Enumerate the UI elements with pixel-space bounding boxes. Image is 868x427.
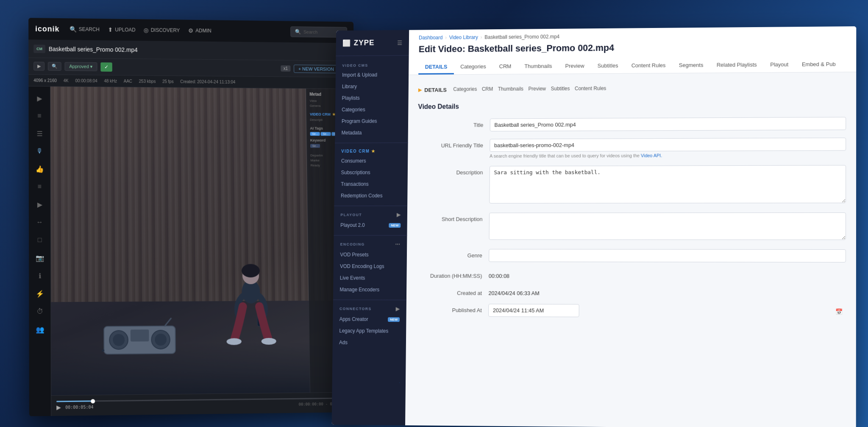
- sidebar-camera-icon[interactable]: 📷: [32, 250, 47, 265]
- field-published-control: 📅: [488, 304, 846, 318]
- genre-input[interactable]: [489, 249, 846, 262]
- nav-section-header-videocms: VIDEO CMS: [336, 61, 409, 70]
- nav-item-consumers[interactable]: Consumers: [334, 155, 408, 167]
- status-approved[interactable]: Approved ▾: [64, 62, 97, 71]
- page-title: Edit Video: Basketball series_Promo 002.…: [419, 41, 846, 55]
- nav-item-import-upload[interactable]: Import & Upload: [336, 69, 409, 81]
- nav-item-apps-creator[interactable]: Apps Creator NEW: [333, 313, 406, 325]
- play-ctrl-button[interactable]: ▶: [56, 404, 61, 410]
- nav-section-header-playout: PLAYOUT ▶: [334, 210, 407, 220]
- nav-item-program-guides[interactable]: Program Guides: [335, 115, 409, 127]
- subtab-content-rules[interactable]: Content Rules: [575, 84, 606, 94]
- nav-item-live-events[interactable]: Live Events: [333, 272, 406, 284]
- url-friendly-title-input[interactable]: [490, 138, 846, 152]
- meta-created: Created: 2024-04-24 11:13:04: [180, 79, 235, 84]
- zype-nav: VIDEO CMS Import & Upload Library Playli…: [332, 56, 409, 425]
- sidebar-info-icon[interactable]: ℹ: [32, 268, 47, 283]
- sidebar-mic-icon[interactable]: 🎙: [32, 144, 47, 159]
- nav-item-redemption-codes[interactable]: Redemption Codes: [334, 190, 408, 202]
- nav-section-header-encoding: ENCODING ⋯: [334, 240, 407, 249]
- sidebar-frame-icon[interactable]: □: [32, 232, 47, 248]
- meta-fps: 25 fps: [162, 79, 174, 84]
- admin-icon: ⚙: [188, 27, 194, 34]
- url-friendly-hint: A search engine friendly title that can …: [490, 152, 846, 158]
- nav-item-vod-encoding-logs[interactable]: VOD Encoding Logs: [334, 260, 407, 272]
- published-at-input[interactable]: [488, 304, 579, 317]
- subtab-categories[interactable]: Categories: [453, 84, 477, 95]
- search-icon: 🔍: [295, 29, 301, 35]
- encoding-menu-icon[interactable]: ⋯: [395, 241, 401, 247]
- sidebar-like-icon[interactable]: 👍: [32, 161, 47, 176]
- nav-item-subscriptions[interactable]: Subscriptions: [334, 167, 408, 179]
- subtab-crm[interactable]: CRM: [482, 84, 493, 95]
- iconik-main: ▶ ≡ ☰ 🎙 👍 ≡ ▶ ↔ □ 📷 ℹ ⚡ ⏱ 👥: [28, 87, 359, 416]
- calendar-icon[interactable]: 📅: [835, 308, 843, 315]
- play-button[interactable]: ▶: [33, 62, 45, 71]
- nav-item-vod-presets[interactable]: VOD Presets: [334, 249, 407, 261]
- subtab-subtitles[interactable]: Subtitles: [551, 84, 570, 94]
- tab-playout[interactable]: Playout: [763, 58, 795, 72]
- sidebar-play-icon[interactable]: ▶: [32, 91, 47, 106]
- iconik-toolbar: ▶ 🔍 Approved ▾ ✓ x1 + NEW VERSION ♡: [28, 58, 354, 78]
- divider-3: [334, 235, 407, 236]
- subtab-thumbnails[interactable]: Thumbnails: [498, 84, 523, 95]
- nav-search[interactable]: 🔍 SEARCH: [70, 26, 100, 33]
- nav-item-manage-encoders[interactable]: Manage Encoders: [333, 284, 406, 296]
- tab-preview[interactable]: Preview: [559, 59, 591, 74]
- upload-icon: ⬆: [108, 26, 113, 33]
- nav-item-playout-2[interactable]: Playout 2.0 NEW: [334, 219, 407, 231]
- playout-expand-icon[interactable]: ▶: [396, 212, 401, 218]
- video-player[interactable]: Metad View Genera VIDEO CRM ★ Descripti …: [50, 87, 359, 395]
- sidebar-users-icon[interactable]: 👥: [32, 322, 47, 338]
- details-arrow-icon: ▶: [418, 87, 422, 93]
- nav-item-legacy-app-templates[interactable]: Legacy App Templates: [333, 325, 406, 337]
- sidebar-notes-icon[interactable]: ☰: [32, 126, 47, 141]
- tab-related-playlists[interactable]: Related Playlists: [710, 58, 763, 73]
- tab-segments[interactable]: Segments: [672, 59, 710, 73]
- nav-item-playlists[interactable]: Playlists: [335, 92, 409, 104]
- tab-details[interactable]: DETAILS: [418, 60, 454, 75]
- sidebar-list-icon[interactable]: ≡: [32, 108, 47, 123]
- nav-item-categories[interactable]: Categories: [335, 103, 409, 115]
- tab-embed-pub[interactable]: Embed & Pub: [795, 58, 842, 72]
- sidebar-lightning-icon[interactable]: ⚡: [32, 286, 47, 301]
- nav-section-header-connectors: CONNECTORS ▶: [333, 304, 406, 313]
- nav-item-library[interactable]: Library: [335, 81, 409, 92]
- zype-logo-text: ZYPE: [354, 39, 375, 47]
- title-input[interactable]: [490, 117, 846, 131]
- description-textarea[interactable]: Sara sitting with the basketball.: [489, 165, 846, 204]
- meta-quality: 4K: [64, 78, 69, 83]
- zoom-button[interactable]: 🔍: [48, 62, 61, 71]
- avatar-initials: CM: [36, 47, 42, 51]
- breadcrumb-video-library[interactable]: Video Library: [449, 34, 478, 40]
- sidebar-history-icon[interactable]: ⏱: [32, 304, 47, 319]
- video-api-link[interactable]: Video API.: [641, 153, 662, 158]
- short-description-textarea[interactable]: [489, 212, 846, 240]
- nav-item-transactions[interactable]: Transactions: [334, 178, 408, 190]
- tab-categories[interactable]: Categories: [454, 60, 493, 74]
- nav-admin[interactable]: ⚙ ADMIN: [188, 27, 211, 34]
- sidebar-clip-icon[interactable]: ▶: [32, 197, 47, 212]
- hamburger-button[interactable]: ☰: [397, 39, 403, 46]
- field-duration-row: Duration (HH:MM:SS) 00:00:08: [417, 269, 846, 280]
- tab-subtitles[interactable]: Subtitles: [591, 59, 625, 73]
- tab-thumbnails[interactable]: Thumbnails: [518, 59, 559, 74]
- nav-upload[interactable]: ⬆ UPLOAD: [108, 26, 136, 33]
- connectors-expand-icon[interactable]: ▶: [395, 306, 400, 312]
- new-version-button[interactable]: + NEW VERSION: [294, 64, 338, 73]
- tab-content-rules[interactable]: Content Rules: [625, 59, 672, 73]
- sidebar-compare-icon[interactable]: ↔: [32, 215, 47, 230]
- nav-discovery[interactable]: ◎ DISCOVERY: [144, 27, 180, 34]
- nav-item-metadata[interactable]: Metadata: [335, 127, 408, 139]
- sidebar-segments-icon[interactable]: ≡: [32, 179, 47, 194]
- nav-item-ads[interactable]: Ads: [333, 337, 406, 349]
- iconik-titlebar: CM Basketball series_Promo 002.mp4: [28, 39, 354, 61]
- field-genre-label: Genre: [417, 249, 482, 259]
- timecode-display: 00:00:05:04: [65, 405, 93, 410]
- tab-crm[interactable]: CRM: [492, 60, 518, 74]
- subtab-preview[interactable]: Preview: [528, 84, 546, 94]
- avatar-badge: CM: [33, 45, 45, 53]
- breadcrumb-dashboard[interactable]: Dashboard: [419, 35, 443, 41]
- field-created-label: Created at: [416, 287, 482, 296]
- field-title-row: Title: [418, 117, 846, 132]
